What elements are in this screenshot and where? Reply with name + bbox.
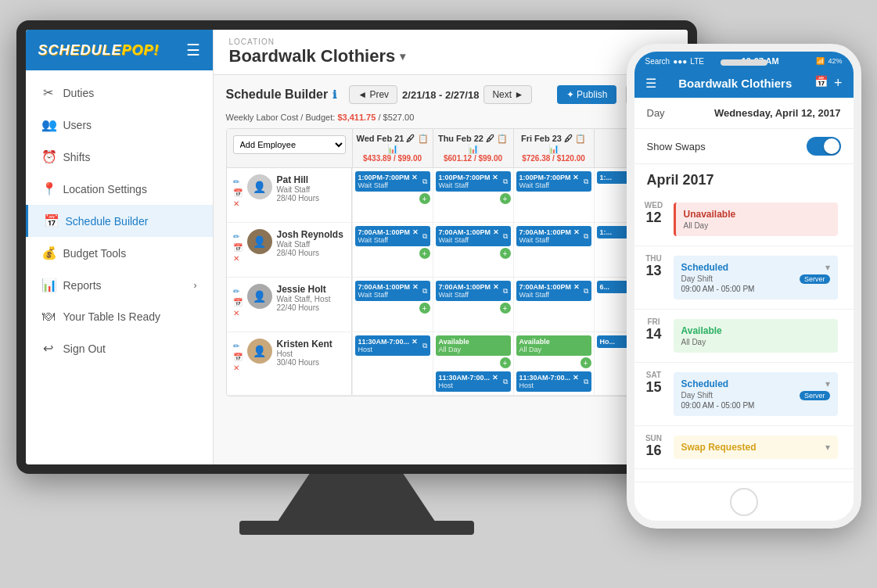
- expand-icon[interactable]: ▾: [825, 262, 830, 273]
- employee-details: Pat Hill Wait Staff 28/40 Hours: [277, 174, 345, 203]
- phone-status-bar: Search ●●● LTE 12:07 AM 📶 42%: [634, 52, 854, 69]
- sidebar-item-label: Duties: [63, 87, 95, 99]
- day-cell: 1:00PM-7:00PM ✕ Wait Staff ⧉ +: [352, 168, 433, 222]
- day-date-thu: Thu Feb 22 🖊 📋 📊: [437, 134, 510, 154]
- copy-icon[interactable]: ⧉: [503, 177, 508, 186]
- shift-block-available[interactable]: Available All Day: [436, 335, 511, 356]
- info-icon[interactable]: ℹ: [332, 88, 336, 101]
- add-shift-button[interactable]: +: [580, 357, 591, 368]
- remove-icon[interactable]: ✕: [233, 199, 243, 208]
- shift-block[interactable]: 7:00AM-1:00PM ✕ Wait Staff ⧉: [436, 281, 511, 301]
- shift-block[interactable]: 1:00PM-7:00PM ✕ Wait Staff ⧉: [516, 171, 591, 192]
- employee-hours: 30/40 Hours: [277, 358, 345, 367]
- location-chevron[interactable]: ▾: [400, 50, 405, 63]
- sidebar-item-schedule-builder[interactable]: 📅 Schedule Builder: [26, 205, 213, 237]
- signout-icon: ↩: [41, 341, 56, 356]
- sidebar-item-label: Budget Tools: [63, 247, 127, 260]
- calendar-icon[interactable]: 📅: [233, 353, 243, 361]
- calendar-icon[interactable]: 📅: [233, 243, 243, 252]
- shift-block[interactable]: 1:00PM-7:00PM ✕ Wait Staff ⧉: [436, 171, 511, 192]
- copy-icon[interactable]: ⧉: [422, 287, 427, 296]
- copy-icon[interactable]: ⧉: [584, 232, 588, 241]
- remove-icon[interactable]: ✕: [233, 309, 243, 317]
- calendar-icon[interactable]: 📅: [233, 188, 243, 197]
- sidebar-item-users[interactable]: 👥 Users: [26, 109, 213, 141]
- copy-icon[interactable]: ⧉: [584, 378, 588, 386]
- copy-icon[interactable]: ⧉: [584, 287, 588, 296]
- shift-block[interactable]: 11:30AM-7:00... ✕ Host ⧉: [355, 335, 430, 356]
- hamburger-menu[interactable]: ☰: [186, 41, 200, 59]
- add-shift-button[interactable]: +: [500, 193, 511, 204]
- event-header: Scheduled ▾: [681, 262, 830, 273]
- hamburger-icon[interactable]: ☰: [645, 76, 656, 91]
- add-shift-button[interactable]: +: [419, 303, 430, 314]
- sidebar-nav: ✂ Duties 👥 Users ⏰ Shifts 📍: [26, 70, 213, 464]
- next-button[interactable]: Next ►: [483, 85, 532, 104]
- edit-icon[interactable]: ✏: [233, 232, 243, 241]
- show-swaps-toggle[interactable]: [807, 137, 841, 156]
- shift-block[interactable]: 7:00AM-1:00PM ✕ Wait Staff ⧉: [436, 226, 511, 246]
- expand-icon[interactable]: ▾: [825, 442, 830, 453]
- calendar-icon[interactable]: 📅: [233, 298, 243, 307]
- expand-icon[interactable]: ▾: [825, 378, 830, 389]
- sidebar-item-sign-out[interactable]: ↩ Sign Out: [26, 332, 213, 364]
- day-cell: 7:00AM-1:00PM ✕ Wait Staff ⧉ +: [433, 278, 513, 332]
- sidebar-item-duties[interactable]: ✂ Duties: [26, 77, 213, 109]
- shift-block[interactable]: 7:00AM-1:00PM ✕ Wait Staff ⧉: [516, 226, 591, 246]
- sidebar-item-budget-tools[interactable]: 💰 Budget Tools: [26, 237, 213, 269]
- sidebar-item-reports[interactable]: 📊 Reports ›: [26, 269, 213, 301]
- budget-icon: 💰: [41, 246, 56, 260]
- day-cell: 7:00AM-1:00PM ✕ Wait Staff ⧉ +: [352, 278, 433, 332]
- copy-icon[interactable]: ⧉: [503, 287, 508, 296]
- list-item: FRI 14 Available All Day: [634, 310, 854, 363]
- shift-block[interactable]: 1:00PM-7:00PM ✕ Wait Staff ⧉: [355, 171, 430, 192]
- remove-icon[interactable]: ✕: [233, 364, 243, 372]
- day-cost-thu: $601.12 / $99.00: [437, 154, 510, 163]
- copy-icon[interactable]: ⧉: [503, 378, 508, 386]
- table-row: ✏ 📅 ✕ 👤 Pat Hill Wait Staff 28/40 Hours: [227, 168, 674, 223]
- monitor-screen: SCHEDULEPOP! ☰ ✂ Duties 👥 Users: [26, 30, 688, 464]
- add-shift-button[interactable]: +: [500, 303, 511, 314]
- table-icon: 🍽: [41, 310, 56, 324]
- day-abbr: FRI: [647, 317, 660, 326]
- shift-block[interactable]: 7:00AM-1:00PM ✕ Wait Staff ⧉: [516, 281, 591, 301]
- shift-block-available[interactable]: Available All Day: [516, 335, 591, 356]
- add-shift-button[interactable]: +: [419, 248, 430, 259]
- shift-block[interactable]: 11:30AM-7:00... ✕ Host ⧉: [516, 371, 591, 392]
- copy-icon[interactable]: ⧉: [584, 177, 588, 186]
- prev-button[interactable]: ◄ Prev: [349, 85, 397, 104]
- edit-icon[interactable]: ✏: [233, 342, 243, 350]
- add-icon[interactable]: +: [834, 75, 843, 91]
- location-label: LOCATION: [229, 38, 672, 46]
- status-left: Search ●●● LTE: [645, 57, 704, 66]
- copy-icon[interactable]: ⧉: [503, 232, 508, 241]
- shift-block[interactable]: 7:00AM-1:00PM ✕ Wait Staff ⧉: [355, 226, 430, 246]
- add-employee-select[interactable]: Add Employee: [233, 135, 346, 154]
- sidebar-item-location-settings[interactable]: 📍 Location Settings: [26, 173, 213, 205]
- employee-hours: 22/40 Hours: [277, 303, 345, 312]
- sidebar-logo: SCHEDULEPOP! ☰: [26, 30, 213, 70]
- edit-icon[interactable]: ✏: [233, 177, 243, 186]
- copy-icon[interactable]: ⧉: [422, 232, 427, 241]
- employee-info-pat: ✏ 📅 ✕ 👤 Pat Hill Wait Staff 28/40 Hours: [227, 168, 352, 222]
- sidebar-item-label: Reports: [63, 279, 102, 292]
- copy-icon[interactable]: ⧉: [422, 177, 427, 186]
- publish-button[interactable]: ✦ Publish: [557, 85, 617, 104]
- shift-block[interactable]: 11:30AM-7:00... ✕ Host ⧉: [436, 371, 511, 392]
- day-cell: 1:00PM-7:00PM ✕ Wait Staff ⧉ +: [433, 168, 513, 222]
- day-cell: 7:00AM-1:00PM ✕ Wait Staff ⧉: [513, 278, 594, 332]
- shift-block[interactable]: 7:00AM-1:00PM ✕ Wait Staff ⧉: [355, 281, 430, 301]
- add-shift-button[interactable]: +: [500, 357, 511, 368]
- add-shift-button[interactable]: +: [500, 248, 511, 259]
- sidebar-item-label: Schedule Builder: [66, 215, 149, 228]
- home-button[interactable]: [730, 488, 758, 516]
- add-shift-button[interactable]: +: [419, 193, 430, 204]
- date-range: 2/21/18 - 2/27/18: [402, 89, 479, 101]
- edit-icon[interactable]: ✏: [233, 287, 243, 296]
- day-abbr: SUN: [645, 434, 662, 443]
- calendar-view-icon[interactable]: 📅: [814, 75, 828, 91]
- copy-icon[interactable]: ⧉: [422, 342, 427, 350]
- sidebar-item-your-table[interactable]: 🍽 Your Table Is Ready: [26, 301, 213, 332]
- remove-icon[interactable]: ✕: [233, 254, 243, 263]
- sidebar-item-shifts[interactable]: ⏰ Shifts: [26, 141, 213, 173]
